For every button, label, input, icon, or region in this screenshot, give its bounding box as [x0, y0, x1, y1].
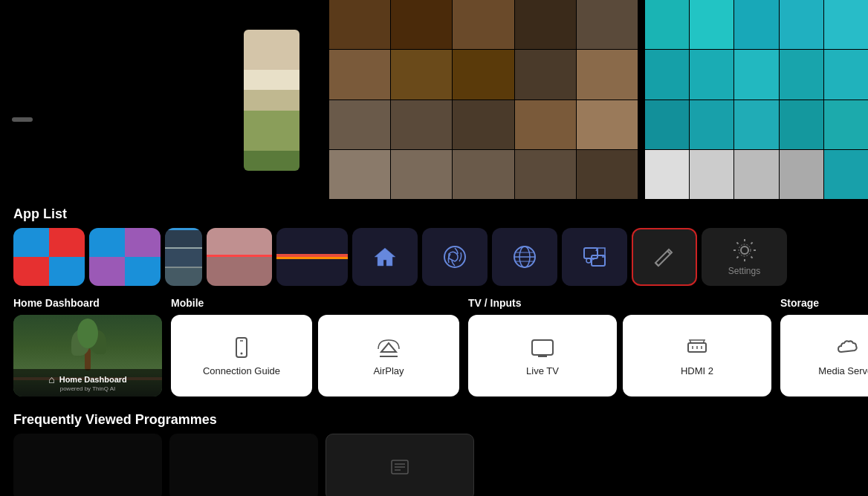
list-icon	[389, 457, 410, 477]
home-dashboard-card[interactable]: ⌂ Home Dashboard powered by ThinQ AI	[13, 315, 162, 397]
app-tile-music[interactable]	[562, 228, 627, 286]
app-tile-5[interactable]	[276, 228, 348, 286]
mobile-label: Mobile	[171, 297, 459, 309]
home-dashboard-title: Home Dashboard	[59, 375, 127, 384]
thumb-right	[645, 0, 868, 199]
frequently-viewed-section: Frequently Viewed Programmes	[13, 412, 855, 496]
app-tile-settings[interactable]: Settings	[702, 228, 787, 286]
connection-guide-card[interactable]: Connection Guide	[171, 315, 312, 397]
thumb-left	[0, 0, 229, 199]
edit-icon	[652, 245, 676, 269]
globe-icon	[511, 244, 538, 270]
app-tile-home[interactable]	[352, 228, 418, 286]
thumb-strip	[244, 30, 299, 171]
airplay-card[interactable]: AirPlay	[318, 315, 459, 397]
app-tile-sports[interactable]	[422, 228, 488, 286]
settings-label: Settings	[728, 266, 760, 276]
svg-rect-16	[532, 340, 553, 355]
mobile-group: Mobile Connection Guide AirPlay	[171, 297, 459, 397]
hdmi-label: HDMI 2	[681, 365, 713, 376]
hdmi-card[interactable]: HDMI 2	[623, 315, 771, 397]
freq-tile-2[interactable]	[169, 434, 318, 496]
hdmi-icon	[685, 336, 709, 359]
tv-inputs-tiles: Live TV HDMI 2	[468, 315, 771, 397]
media-server-label: Media Server	[818, 365, 868, 376]
freq-tile-3[interactable]	[326, 434, 474, 496]
app-list-label: App List	[13, 206, 855, 222]
tv-inputs-label: TV / Inputs	[468, 297, 771, 309]
frequently-viewed-row	[13, 434, 855, 496]
connection-guide-label: Connection Guide	[203, 365, 280, 376]
background-thumbnails	[0, 0, 868, 199]
thumb-label	[12, 117, 33, 122]
home-dashboard-inner: ⌂ Home Dashboard powered by ThinQ AI	[13, 369, 162, 397]
app-tile-edit[interactable]	[632, 228, 697, 286]
cloud-icon	[835, 336, 859, 359]
svg-point-0	[444, 247, 465, 267]
home-dash-icon: ⌂	[48, 373, 54, 385]
storage-tiles: Media Server	[780, 315, 868, 397]
home-dashboard-subtitle: powered by ThinQ AI	[60, 385, 116, 392]
app-tile-4[interactable]	[207, 228, 272, 286]
settings-icon	[732, 238, 757, 263]
home-dashboard-label: Home Dashboard	[13, 297, 162, 309]
mobile-tiles: Connection Guide AirPlay	[171, 315, 459, 397]
svg-rect-6	[584, 248, 597, 258]
live-tv-card[interactable]: Live TV	[468, 315, 617, 397]
media-server-card[interactable]: Media Server	[780, 315, 868, 397]
app-list-section: App List	[13, 206, 855, 286]
home-dashboard-group: Home Dashboard ⌂	[13, 297, 162, 397]
storage-group: Storage Media Server	[780, 297, 868, 397]
svg-point-11	[741, 247, 748, 254]
app-list-row: Settings	[13, 228, 855, 286]
airplay-label: AirPlay	[373, 365, 404, 376]
frequently-viewed-label: Frequently Viewed Programmes	[13, 412, 855, 428]
tv-icon	[531, 336, 554, 359]
storage-label: Storage	[780, 297, 868, 309]
tv-inputs-group: TV / Inputs Live TV HDMI 2	[468, 297, 771, 397]
app-tile-3[interactable]	[165, 228, 202, 286]
freq-tile-1[interactable]	[13, 434, 162, 496]
svg-point-15	[241, 352, 243, 354]
home-icon	[372, 244, 398, 270]
home-dashboard-tiles: ⌂ Home Dashboard powered by ThinQ AI	[13, 315, 162, 397]
app-tile-1[interactable]	[13, 228, 85, 286]
airplay-icon	[377, 336, 401, 359]
app-tile-2[interactable]	[89, 228, 161, 286]
sports-icon	[441, 244, 468, 270]
phone-icon	[230, 336, 253, 359]
app-tile-globe[interactable]	[492, 228, 557, 286]
live-tv-label: Live TV	[526, 365, 559, 376]
music-photo-icon	[581, 244, 608, 270]
thumb-middle	[329, 0, 638, 199]
sections-row: Home Dashboard ⌂	[13, 297, 855, 397]
